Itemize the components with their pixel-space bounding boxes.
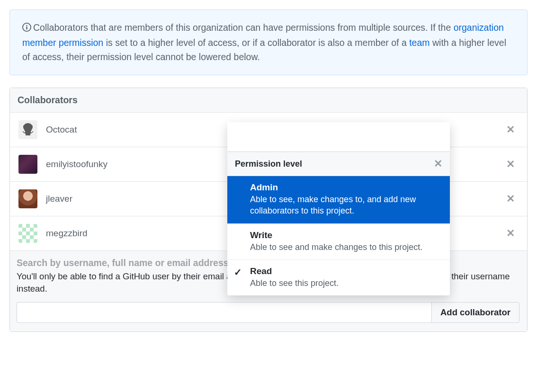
svg-rect-5 — [30, 228, 34, 232]
option-title: Admin — [250, 182, 440, 193]
option-title: Read — [250, 266, 440, 276]
permission-option-admin[interactable]: Admin Able to see, make changes to, and … — [227, 176, 450, 224]
info-icon — [22, 21, 31, 36]
svg-rect-11 — [18, 239, 22, 243]
svg-rect-8 — [34, 232, 37, 235]
permission-option-read[interactable]: ✓ Read Able to see this project. — [227, 260, 450, 295]
avatar — [18, 189, 37, 208]
remove-collaborator-button[interactable]: ✕ — [502, 122, 519, 138]
svg-rect-1 — [18, 224, 22, 228]
remove-collaborator-button[interactable]: ✕ — [502, 156, 519, 172]
svg-rect-4 — [22, 228, 26, 232]
banner-text-2: is set to a higher level of access, or i… — [103, 37, 409, 48]
search-input[interactable] — [17, 302, 431, 323]
option-title: Write — [250, 230, 440, 241]
svg-rect-12 — [26, 239, 30, 243]
popover-header: Permission level ✕ — [227, 151, 450, 176]
remove-collaborator-button[interactable]: ✕ — [502, 191, 519, 207]
avatar — [18, 155, 37, 174]
avatar — [18, 120, 37, 139]
permission-option-write[interactable]: Write Able to see and make changes to th… — [227, 224, 450, 260]
remove-collaborator-button[interactable]: ✕ — [502, 225, 519, 241]
add-collaborator-button[interactable]: Add collaborator — [431, 302, 519, 323]
banner-text-1: Collaborators that are members of this o… — [33, 22, 454, 33]
info-banner: Collaborators that are members of this o… — [9, 9, 528, 75]
popover-title: Permission level — [235, 159, 302, 169]
check-icon: ✓ — [234, 267, 242, 278]
avatar — [18, 224, 37, 243]
option-desc: Able to see and make changes to this pro… — [250, 241, 440, 253]
svg-rect-10 — [30, 235, 34, 239]
close-icon[interactable]: ✕ — [434, 158, 442, 170]
svg-rect-2 — [26, 224, 30, 228]
permission-popover: Permission level ✕ Admin Able to see, ma… — [227, 122, 450, 295]
option-desc: Able to see, make changes to, and add ne… — [250, 194, 440, 217]
option-desc: Able to see this project. — [250, 277, 440, 289]
svg-rect-7 — [26, 232, 30, 235]
team-link[interactable]: team — [409, 37, 430, 48]
svg-rect-13 — [34, 239, 37, 243]
search-bar: Add collaborator — [17, 302, 519, 323]
panel-title: Collaborators — [10, 88, 527, 113]
svg-rect-9 — [22, 235, 26, 239]
svg-rect-3 — [34, 224, 37, 228]
svg-rect-6 — [18, 232, 22, 235]
